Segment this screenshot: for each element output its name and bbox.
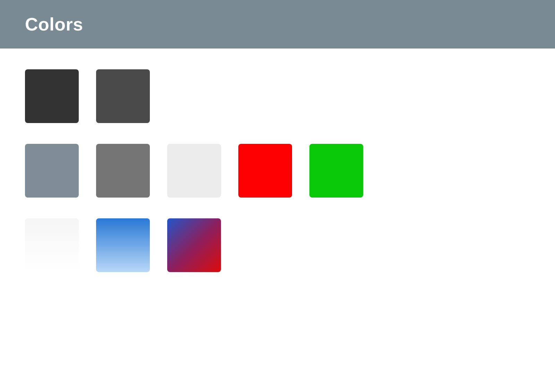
page-header: Colors xyxy=(0,0,555,49)
color-row-2 xyxy=(25,144,530,198)
color-row-1 xyxy=(25,69,530,123)
main-content xyxy=(0,49,555,293)
swatch-white-fade xyxy=(25,218,79,272)
swatch-gray-2 xyxy=(96,144,150,198)
swatch-blue-gradient xyxy=(96,218,150,272)
swatch-green xyxy=(309,144,363,198)
page-title: Colors xyxy=(25,14,83,35)
color-row-3 xyxy=(25,218,530,272)
swatch-light-gray xyxy=(167,144,221,198)
color-grid xyxy=(25,69,530,272)
swatch-red xyxy=(238,144,292,198)
swatch-dark-1 xyxy=(25,69,79,123)
swatch-blue-red-gradient xyxy=(167,218,221,272)
swatch-dark-2 xyxy=(96,69,150,123)
swatch-gray-1 xyxy=(25,144,79,198)
